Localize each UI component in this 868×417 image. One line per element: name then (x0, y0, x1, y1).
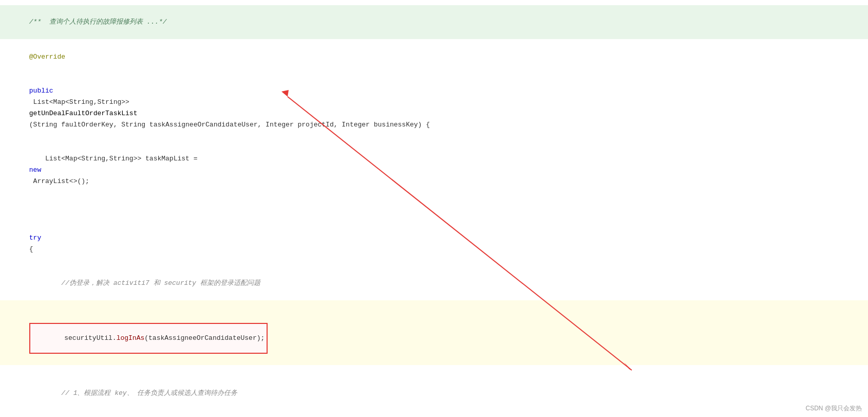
code-line: /** 查询个人待执行的故障报修列表 ...*/ (0, 5, 868, 39)
code-line: List<Map<String,String>> taskMapList = n… (0, 142, 868, 198)
code-line-blank (0, 365, 868, 376)
code-line-comment: // 1、根据流程 key、 任务负责人或候选人查询待办任务 (0, 376, 868, 410)
code-line: try { (0, 210, 868, 266)
watermark: CSDN @我只会发热 (805, 404, 862, 413)
highlighted-code-line: securityUtil.logInAs(taskAssigneeOrCandi… (0, 300, 868, 365)
code-line: public List<Map<String,String>> getUnDea… (0, 74, 868, 142)
code-line: @Override (0, 40, 868, 74)
code-line-blank (0, 198, 868, 210)
code-editor: /** 查询个人待执行的故障报修列表 ...*/ @Override publi… (0, 0, 868, 417)
code-line: List<Task> taskList = actCommonService. … (0, 410, 868, 417)
code-line-comment: //伪登录，解决 activiti7 和 security 框架的登录适配问题 (0, 266, 868, 300)
